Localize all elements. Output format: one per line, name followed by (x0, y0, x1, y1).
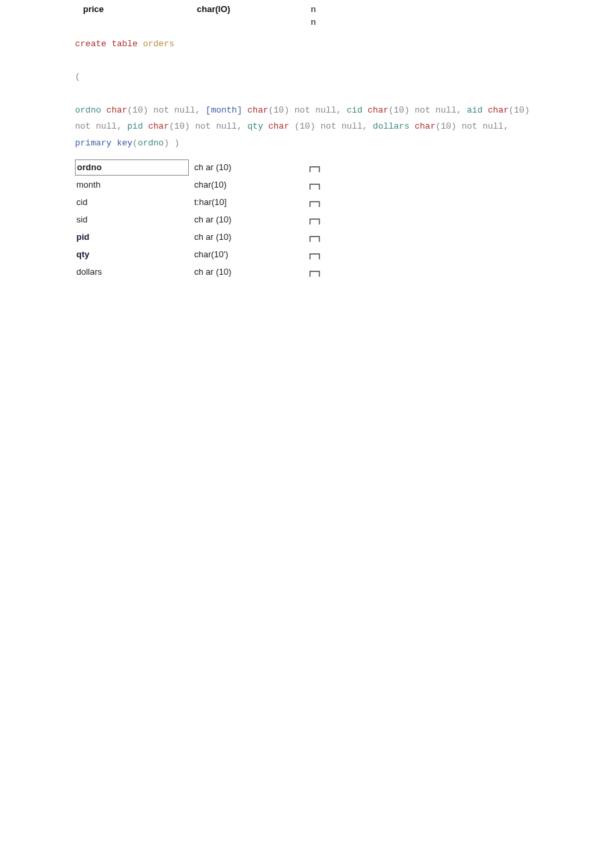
checkbox-icon (308, 214, 321, 225)
kw-notnull: not null, (295, 105, 341, 115)
checkbox-icon (308, 180, 321, 190)
kw-notnull: not null, (462, 121, 509, 131)
checkbox-icon (308, 232, 321, 243)
table-row: monthchar(10) (75, 176, 589, 194)
column-name: ordno (75, 159, 189, 176)
sql-arg: (10) (268, 105, 289, 115)
kw-char: char (148, 121, 169, 131)
kw-notnull: not null, (75, 121, 122, 131)
sql-rparen: ) (169, 138, 179, 148)
checkbox-icon (308, 267, 321, 277)
sql-arg: (10) (388, 105, 409, 115)
kw-create: create (75, 39, 106, 49)
column-type: char(10') (194, 249, 308, 259)
col-qty: qty (248, 121, 263, 131)
header-row-2: n (75, 17, 589, 27)
column-type: ch ar (10) (194, 162, 308, 172)
checkbox-icon (308, 249, 321, 260)
column-table: ordnoch ar (10)monthchar(10)cidt:har(10]… (75, 159, 589, 281)
table-row: qtychar(10') (75, 246, 589, 263)
col-aid: aid (467, 105, 482, 115)
column-name: month (75, 180, 194, 190)
column-type: ch ar (10) (194, 214, 308, 224)
header-right-2: n (311, 17, 324, 27)
kw-char: char (414, 121, 435, 131)
table-row: sidch ar (10) (75, 211, 589, 228)
table-row: dollarsch ar (10) (75, 263, 589, 281)
sql-arg: (10) (169, 121, 189, 131)
col-month: [month] (206, 105, 242, 115)
header-right-1: n (311, 4, 324, 14)
table-row: pidch ar (10) (75, 228, 589, 246)
sql-arg: (10) (509, 105, 530, 115)
column-type: t:har(10] (194, 197, 308, 207)
kw-char: char (488, 105, 509, 115)
sql-lparen: ( (75, 72, 80, 82)
table-row: ordnoch ar (10) (75, 159, 589, 176)
column-type: char(10) (194, 180, 308, 190)
kw-notnull: not null, (196, 121, 242, 131)
kw-notnull: not null, (321, 121, 368, 131)
column-name: dollars (75, 267, 194, 277)
kw-char: char (268, 121, 289, 131)
sql-arg: (10) (435, 121, 456, 131)
checkbox-icon (308, 162, 321, 173)
header-row: price char(lO) n (75, 4, 589, 14)
kw-char: char (106, 105, 127, 115)
table-row: cidt:har(10] (75, 194, 589, 211)
header-col-price: price (75, 4, 197, 14)
kw-table: table (112, 39, 138, 49)
column-name: qty (75, 249, 194, 259)
column-name: pid (75, 232, 194, 242)
checkbox-icon (308, 197, 321, 208)
column-name: cid (75, 197, 194, 207)
tbl-orders: orders (143, 39, 174, 49)
kw-primary-key: primary key (75, 138, 133, 148)
col-pid: pid (127, 121, 143, 131)
header-col-type: char(lO) (197, 4, 311, 14)
sql-arg: (10) (127, 105, 148, 115)
column-type: ch ar (10) (194, 267, 308, 277)
kw-notnull: not null, (414, 105, 461, 115)
kw-char: char (248, 105, 268, 115)
column-type: ch ar (10) (194, 232, 308, 242)
document-content: price char(lO) n n create table orders (… (0, 4, 616, 281)
col-dollars: dollars (373, 121, 410, 131)
sql-arg: (10) (289, 121, 315, 131)
sql-code-block: create table orders ( ordno char(10) not… (75, 36, 544, 152)
col-ordno: ordno (75, 105, 101, 115)
pk-col: ordno (138, 138, 164, 148)
kw-notnull: not null, (153, 105, 200, 115)
kw-char: char (368, 105, 388, 115)
column-name: sid (75, 214, 194, 224)
pk-lparen: ( (133, 138, 138, 148)
col-cid: cid (347, 105, 362, 115)
